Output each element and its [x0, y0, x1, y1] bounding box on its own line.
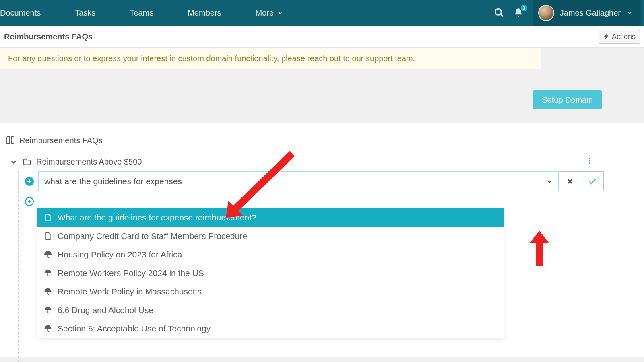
top-nav: Documents Tasks Teams Members More 3 Jam… [0, 0, 644, 26]
svg-point-2 [589, 160, 590, 162]
umbrella-icon [44, 288, 52, 296]
suggestion-item[interactable]: Remote Work Policy in Massachusetts [37, 282, 504, 301]
suggestion-label: What are the guidelines for expense reim… [58, 213, 256, 222]
notification-badge: 3 [521, 5, 527, 11]
suggestion-item[interactable]: Housing Policy on 2023 for Africa [37, 245, 504, 264]
nav-links: Documents Tasks Teams Members More [0, 8, 494, 18]
umbrella-icon [44, 325, 52, 333]
chevron-down-icon [277, 10, 283, 16]
svg-point-1 [589, 158, 590, 159]
add-sibling-button[interactable] [25, 197, 34, 206]
avatar [538, 5, 554, 21]
document-tree: Reimbursements FAQs Reimbursements Above… [0, 123, 644, 357]
nav-tasks[interactable]: Tasks [75, 8, 95, 18]
close-icon [566, 177, 574, 185]
suggestion-label: Section 5: Acceptable Use of Technology [58, 324, 211, 333]
tree-children: What are the guidelines for expense reim… [18, 171, 644, 362]
nav-teams[interactable]: Teams [130, 8, 153, 18]
book-icon [6, 136, 15, 145]
info-banner: For any questions or to express your int… [0, 48, 541, 69]
more-vertical-icon [586, 156, 593, 165]
node-search-input[interactable] [38, 171, 541, 191]
page-title: Reimbursements FAQs [4, 32, 93, 41]
suggestion-item[interactable]: Remote Workers Policy 2024 in the US [37, 264, 504, 282]
suggestion-label: Company Credit Card to Staff Members Pro… [58, 231, 247, 241]
banner-region: For any questions or to express your int… [0, 48, 644, 123]
suggestion-label: 6.6 Drug and Alcohol Use [58, 305, 153, 315]
nav-documents[interactable]: Documents [0, 8, 41, 18]
subheader: Reimbursements FAQs Actions [0, 26, 644, 48]
cancel-button[interactable] [559, 171, 581, 191]
search-icon [494, 8, 504, 18]
check-icon [588, 177, 597, 186]
nav-more[interactable]: More [256, 8, 284, 18]
svg-point-0 [495, 9, 501, 15]
folder-more-button[interactable] [586, 156, 593, 167]
topbar-actions: 3 James Gallagher [494, 0, 644, 26]
tree-root-label: Reimbursements FAQs [19, 136, 103, 145]
chevron-down-icon [546, 178, 553, 185]
tree-root[interactable]: Reimbursements FAQs [6, 136, 644, 145]
suggestion-item[interactable]: Company Credit Card to Staff Members Pro… [37, 227, 504, 245]
user-name: James Gallagher [560, 8, 621, 18]
confirm-button[interactable] [581, 171, 604, 191]
user-menu[interactable]: James Gallagher [533, 0, 641, 26]
nav-members[interactable]: Members [188, 8, 221, 18]
svg-point-3 [589, 162, 590, 164]
plus-icon [27, 199, 32, 204]
suggestion-label: Remote Workers Policy 2024 in the US [58, 268, 204, 278]
page-icon [44, 214, 52, 222]
add-node-button[interactable] [25, 177, 34, 186]
chevron-down-icon[interactable] [10, 158, 18, 166]
tree-folder[interactable]: Reimbursements Above $500 [6, 153, 644, 171]
nav-more-label: More [256, 8, 274, 18]
umbrella-icon [44, 251, 52, 259]
page-icon [44, 232, 52, 240]
actions-button[interactable]: Actions [599, 30, 640, 44]
suggestions-dropdown: What are the guidelines for expense reim… [37, 208, 504, 338]
umbrella-icon [44, 269, 52, 277]
add-node-row [25, 171, 644, 191]
actions-label: Actions [612, 33, 636, 41]
dropdown-toggle[interactable] [541, 171, 559, 191]
suggestion-item[interactable]: 6.6 Drug and Alcohol Use [37, 301, 504, 319]
search-wrap [38, 171, 604, 191]
setup-domain-button[interactable]: Setup Domain [533, 90, 602, 109]
folder-icon [23, 158, 31, 167]
suggestion-label: Remote Work Policy in Massachusetts [58, 287, 202, 296]
chevron-down-icon [626, 10, 633, 16]
suggestion-label: Housing Policy on 2023 for Africa [58, 250, 182, 259]
lightning-icon [603, 33, 609, 40]
umbrella-icon [44, 306, 52, 314]
tree-folder-label: Reimbursements Above $500 [36, 157, 142, 167]
plus-icon [27, 179, 32, 184]
search-button[interactable] [494, 8, 504, 18]
suggestion-item[interactable]: Section 5: Acceptable Use of Technology [37, 319, 504, 338]
suggestion-item[interactable]: What are the guidelines for expense reim… [37, 208, 504, 227]
notifications-button[interactable]: 3 [513, 8, 524, 18]
